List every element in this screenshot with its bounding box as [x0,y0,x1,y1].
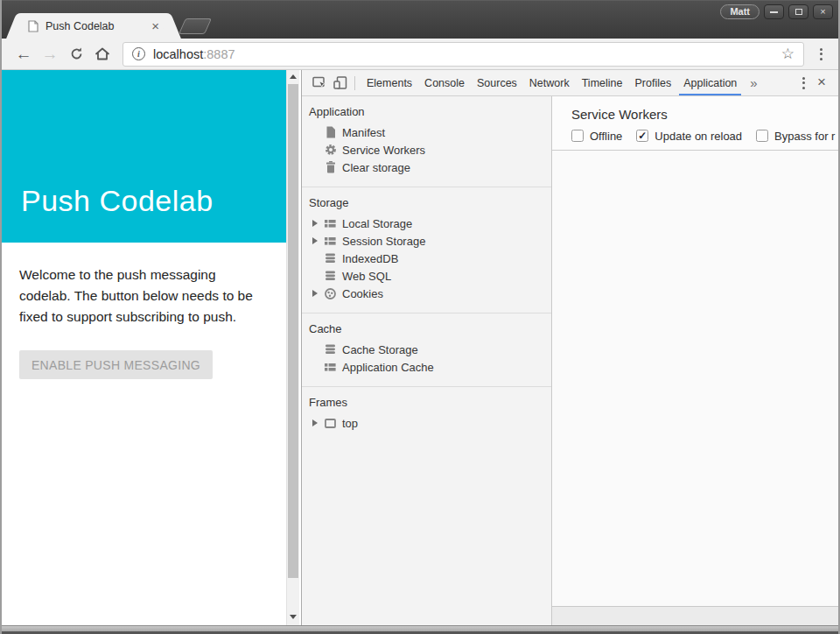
devtools-body: Application Manifest Service Workers [302,96,838,625]
section-title: Cache [302,321,551,341]
sidebar-item-service-workers[interactable]: Service Workers [302,141,551,158]
tab-network[interactable]: Network [523,70,576,95]
reload-button[interactable] [65,43,88,66]
section-title: Storage [302,194,551,215]
scrollbar-thumb[interactable] [288,84,298,578]
browser-toolbar: ← → i localhost :8887 ☆ [2,39,838,70]
minimize-icon [770,11,778,13]
gear-icon [324,144,337,157]
maximize-button[interactable] [788,4,808,19]
offline-checkbox[interactable]: Offline [571,130,622,143]
devtools-toolbar: Elements Console Sources Network Timelin… [302,70,838,96]
forward-button[interactable]: → [38,43,61,66]
triangle-down-icon [290,615,297,619]
inspect-element-button[interactable] [309,74,330,93]
expand-arrow-icon[interactable] [312,220,318,227]
expand-arrow-icon[interactable] [312,419,318,426]
welcome-text: Welcome to the push messaging codelab. T… [19,264,270,328]
main-area: Push Codelab Welcome to the push messagi… [2,70,838,625]
frame-icon [324,417,337,430]
back-button[interactable]: ← [12,43,35,66]
sidebar-item-web-sql[interactable]: Web SQL [302,267,551,285]
browser-menu-button[interactable] [813,45,830,64]
table-grid-icon [324,361,337,374]
application-sidebar: Application Manifest Service Workers [302,96,552,625]
sidebar-section-frames: Frames top [302,387,551,442]
expand-arrow-icon[interactable] [312,290,318,297]
enable-push-button[interactable]: ENABLE PUSH MESSAGING [19,350,213,379]
window-bottom-border [2,625,838,634]
sidebar-section-storage: Storage Local Storage Session Storage [302,187,551,313]
triangle-up-icon [290,74,297,79]
tab-timeline[interactable]: Timeline [576,70,629,95]
panel-header: Service Workers Offline ✓ Update on relo… [552,96,838,151]
page-icon [28,20,38,32]
toolbar-separator [354,76,355,90]
checkbox-unchecked-icon[interactable] [571,130,584,142]
table-grid-icon [324,235,337,248]
sidebar-item-manifest[interactable]: Manifest [302,123,551,141]
browser-window: Push Codelab × Matt × ← → i localhost :8… [0,0,840,634]
section-title: Application [302,103,551,123]
sidebar-item-local-storage[interactable]: Local Storage [302,215,551,232]
sidebar-item-cache-storage[interactable]: Cache Storage [302,341,551,358]
panel-content-empty [552,151,838,606]
panel-title: Service Workers [571,107,838,122]
bookmark-star-icon[interactable]: ☆ [781,45,794,63]
devtools-toolbar-right: × [795,74,835,93]
device-toolbar-button[interactable] [330,74,351,93]
devtools: Elements Console Sources Network Timelin… [302,70,838,625]
database-icon [324,270,337,283]
database-icon [324,343,337,356]
tab-sources[interactable]: Sources [471,70,523,95]
address-bar[interactable]: i localhost :8887 ☆ [122,42,804,67]
url-host: localhost [153,47,203,61]
update-on-reload-checkbox[interactable]: ✓ Update on reload [636,130,742,143]
url-port: :8887 [203,47,234,61]
service-worker-options: Offline ✓ Update on reload Bypass for r [571,122,838,150]
page-info-icon[interactable]: i [132,47,145,60]
titlebar: Push Codelab × Matt × [2,0,838,39]
file-icon [324,126,337,139]
scroll-down-arrow[interactable] [287,610,299,623]
section-title: Frames [302,394,551,414]
home-button[interactable] [91,43,114,66]
tab-profiles[interactable]: Profiles [628,70,677,95]
tab-application[interactable]: Application [677,70,743,95]
database-icon [324,252,337,265]
tab-console[interactable]: Console [418,70,471,95]
more-tabs-button[interactable]: » [743,75,764,90]
browser-tab[interactable]: Push Codelab × [19,13,168,39]
close-window-button[interactable]: × [813,4,833,19]
tab-elements[interactable]: Elements [360,70,418,95]
page-title: Push Codelab [21,184,214,218]
sidebar-section-application: Application Manifest Service Workers [302,96,551,187]
titlebar-controls: Matt × [720,4,833,19]
service-workers-panel: Service Workers Offline ✓ Update on relo… [552,96,838,625]
new-tab-button[interactable] [178,18,212,34]
user-profile-button[interactable]: Matt [720,4,760,19]
devtools-menu-button[interactable] [795,74,812,93]
sidebar-item-application-cache[interactable]: Application Cache [302,358,551,376]
maximize-icon [795,9,802,15]
page-scrollbar[interactable] [286,70,299,625]
sidebar-item-clear-storage[interactable]: Clear storage [302,158,551,176]
hero-banner: Push Codelab [2,70,286,243]
sidebar-item-cookies[interactable]: Cookies [302,285,551,302]
page-content: Push Codelab Welcome to the push messagi… [2,70,286,625]
sidebar-item-indexeddb[interactable]: IndexedDB [302,250,551,267]
sidebar-item-session-storage[interactable]: Session Storage [302,232,551,250]
panel-bottom-strip [552,606,838,625]
tab-title: Push Codelab [46,20,150,32]
expand-arrow-icon[interactable] [312,237,318,244]
home-icon [94,46,110,61]
devtools-close-button[interactable]: × [812,74,835,93]
tab-close-icon[interactable]: × [150,19,161,32]
tab-strip: Push Codelab × [9,13,208,39]
sidebar-item-top-frame[interactable]: top [302,414,551,432]
minimize-button[interactable] [764,4,784,19]
checkbox-unchecked-icon[interactable] [756,130,768,142]
bypass-for-network-checkbox[interactable]: Bypass for r [756,130,835,143]
checkbox-checked-icon[interactable]: ✓ [636,130,648,142]
scroll-up-arrow[interactable] [287,70,299,83]
